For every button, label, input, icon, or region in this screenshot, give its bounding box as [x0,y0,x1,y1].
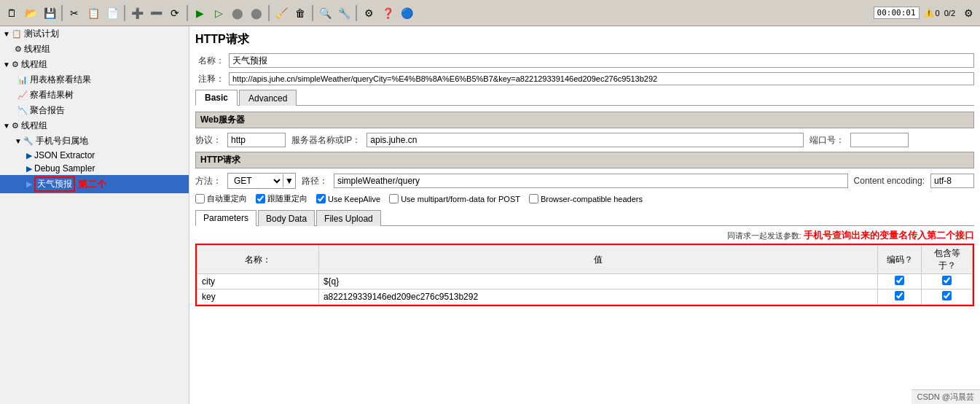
method-dropdown-arrow[interactable]: ▼ [283,174,295,187]
encode-checkbox-key[interactable] [895,291,904,300]
port-input[interactable] [850,133,909,147]
tab-basic[interactable]: Basic [195,90,238,106]
param-include-key [922,290,973,305]
tree-item-label: Debug Sampler [34,163,95,174]
comment-label: 注释： [195,73,224,85]
server-label: 服务器名称或IP： [291,134,361,147]
left-panel: ▼ 📋 测试计划 ⚙ 线程组 ▼ ⚙ 线程组 📊 用表格察看结果 📈 察看结果树 [0,26,189,404]
tree-item-test-plan[interactable]: ▼ 📋 测试计划 [0,26,189,42]
param-name-key: key [197,290,319,305]
save-button[interactable]: 💾 [41,4,58,22]
thread-group-icon: ⚙ [12,121,19,131]
include-checkbox-key[interactable] [942,291,952,300]
debug-sampler-icon: ▶ [26,164,32,174]
help-button[interactable]: ❓ [379,4,396,22]
expand-arrow[interactable]: ▼ [3,61,10,69]
thread-group-icon: ⚙ [12,60,19,69]
toolbar-right: 00:00:01 ⚠️ 0 0/2 ⚙ [874,4,977,22]
browser-compat-checkbox[interactable]: Browser-compatible headers [529,194,643,203]
tree-item-view-results-tree[interactable]: 📈 察看结果树 [0,88,189,103]
separator-2 [124,5,125,21]
tree-item-label: 察看结果树 [30,89,74,101]
protocol-input[interactable] [227,133,286,147]
stop-now-button[interactable]: ⬤ [248,4,265,22]
subtab-parameters[interactable]: Parameters [195,210,256,226]
main-toolbar: 🗒 📂 💾 ✂ 📋 📄 ➕ ➖ ⟳ ▶ ▷ ⬤ ⬤ 🧹 🗑 🔍 🔧 ⚙ ❓ 🔵 … [0,0,980,26]
server-input[interactable] [366,133,804,147]
tree-item-thread-group-1[interactable]: ⚙ 线程组 [0,42,189,57]
include-checkbox-city[interactable] [942,276,952,285]
tree-item-label: 线程组 [21,58,47,71]
multipart-checkbox[interactable]: Use multipart/form-data for POST [389,194,520,203]
subtab-files-upload[interactable]: Files Upload [316,210,381,226]
expand-arrow[interactable]: ▼ [3,30,10,38]
thread-group-icon: ⚙ [15,44,22,54]
info-button[interactable]: 🔵 [398,4,415,22]
path-input[interactable] [334,174,848,188]
encoding-input[interactable] [930,174,974,188]
tree-item-thread-group-3[interactable]: ▼ ⚙ 线程组 [0,118,189,133]
comment-input[interactable] [229,72,974,85]
col-header-value: 值 [318,246,877,274]
separator-3 [187,5,188,21]
keepalive-checkbox[interactable]: Use KeepAlive [316,194,380,203]
remove-button[interactable]: ➖ [147,4,165,22]
status-bar: CSDN @冯晨芸 [912,389,980,404]
separator-6 [356,5,357,21]
tree-item-json-extractor[interactable]: ▶ JSON Extractor [0,149,189,162]
expand-arrow[interactable]: ▼ [3,122,10,130]
method-select[interactable]: GET POST PUT DELETE [228,174,283,188]
tree-item-debug-sampler[interactable]: ▶ Debug Sampler [0,162,189,175]
separator-1 [61,5,63,21]
http-request-label: HTTP请求 [200,154,240,166]
auto-redirect-checkbox[interactable]: 自动重定向 [195,193,247,204]
results-table-icon: 📊 [17,75,28,85]
tree-item-label: JSON Extractor [34,150,95,160]
expand-arrow[interactable]: ▼ [15,137,22,145]
start-button[interactable]: ▶ [191,4,208,22]
separator-5 [312,5,313,21]
annotation-label: 第二个 [78,178,106,191]
method-label: 方法： [195,175,222,187]
param-value-city: ${q} [318,274,877,290]
settings-button[interactable]: ⚙ [960,4,977,22]
tree-item-phone-location[interactable]: ▼ 🔧 手机号归属地 [0,133,189,149]
clear-all-button[interactable]: 🗑 [291,4,309,22]
params-annotation-row: 同请求一起发送参数: 手机号查询出来的变量名传入第二个接口 [195,229,974,242]
tree-item-weather-forecast[interactable]: ▶ 天气预报 第二个 [0,175,189,193]
encode-checkbox-city[interactable] [895,276,904,285]
web-server-label: Web服务器 [200,114,245,126]
tree-item-label: 测试计划 [24,28,59,40]
tab-advanced[interactable]: Advanced [239,90,297,106]
paste-button[interactable]: 📄 [103,4,121,22]
param-name-city: city [197,274,319,290]
tree-item-aggregate-report[interactable]: 📉 聚合报告 [0,103,189,118]
search-button[interactable]: 🔍 [316,4,334,22]
cut-button[interactable]: ✂ [66,4,83,22]
clear-button[interactable]: 🧹 [273,4,290,22]
follow-redirect-checkbox[interactable]: 跟随重定向 [256,193,307,204]
remote-button[interactable]: 🔧 [335,4,353,22]
add-button[interactable]: ➕ [128,4,146,22]
tree-item-label: 线程组 [24,43,50,55]
name-input[interactable] [229,53,974,68]
encoding-label: Content encoding: [854,176,925,186]
method-wrapper: GET POST PUT DELETE ▼ [227,173,296,189]
start-no-pause-button[interactable]: ▷ [210,4,227,22]
sub-tabs-bar: Parameters Body Data Files Upload [195,210,974,226]
options-button[interactable]: ⚙ [360,4,377,22]
web-server-row: 协议： 服务器名称或IP： 端口号： [195,133,974,147]
tree-item-label: 线程组 [21,120,47,132]
col-header-encode: 编码？ [878,246,922,274]
stop-button[interactable]: ⬤ [229,4,246,22]
subtab-body-data[interactable]: Body Data [258,210,315,226]
open-button[interactable]: 📂 [22,4,39,22]
right-panel: HTTP请求 名称： 注释： Basic Advanced Web服务器 协议：… [189,26,980,404]
new-button[interactable]: 🗒 [3,4,20,22]
copy-button[interactable]: 📋 [85,4,102,22]
params-annotation-prefix: 同请求一起发送参数: [727,231,801,240]
tree-item-thread-group-2[interactable]: ▼ ⚙ 线程组 [0,57,189,72]
protocol-label: 协议： [195,134,222,147]
tree-item-view-results-table[interactable]: 📊 用表格察看结果 [0,72,189,88]
reset-button[interactable]: ⟳ [166,4,184,22]
